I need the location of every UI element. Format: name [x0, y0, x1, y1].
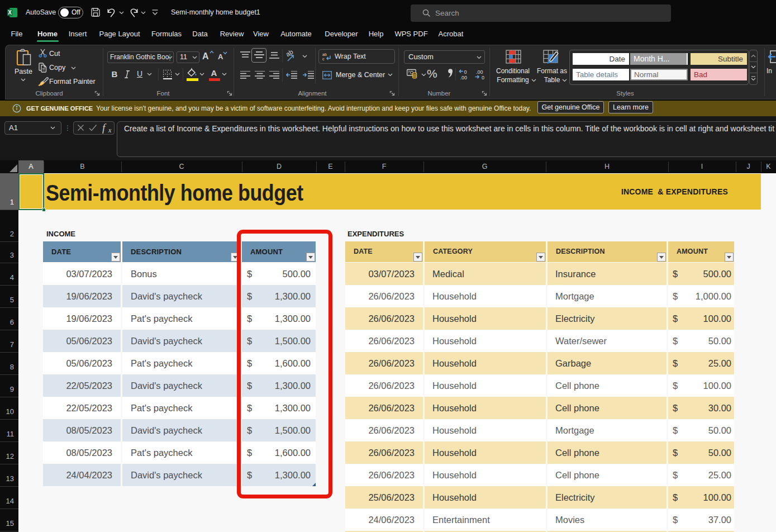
svg-text:.00: .00 — [476, 69, 483, 75]
svg-text:.00: .00 — [460, 75, 468, 80]
svg-text:ab: ab — [322, 53, 327, 56]
svg-text:X: X — [8, 10, 12, 16]
svg-text:c: c — [322, 57, 325, 61]
svg-text:0: 0 — [464, 69, 467, 75]
svg-text:0: 0 — [482, 75, 484, 80]
